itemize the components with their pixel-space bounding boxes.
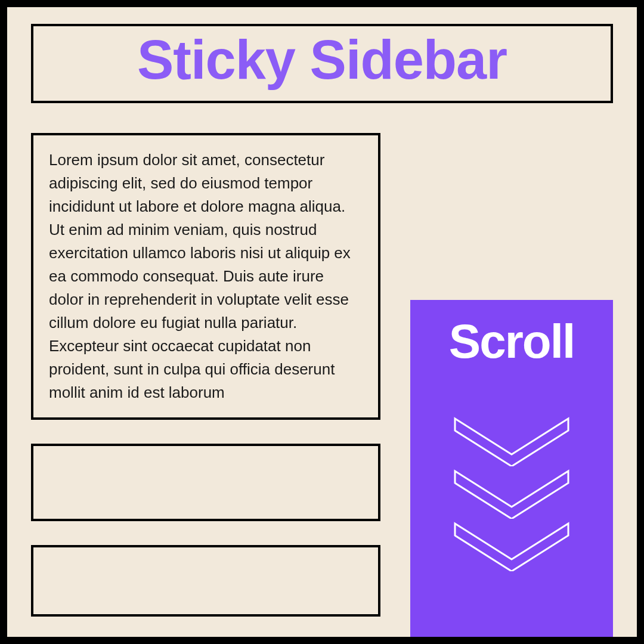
- scroll-indicator: [449, 414, 574, 571]
- content-box: Lorem ipsum dolor sit amet, consectetur …: [31, 133, 380, 420]
- sticky-sidebar[interactable]: Scroll: [410, 300, 613, 644]
- placeholder-box: [31, 444, 380, 521]
- layout-container: Lorem ipsum dolor sit amet, consectetur …: [31, 133, 613, 644]
- placeholder-box: [31, 545, 380, 617]
- page-header: Sticky Sidebar: [31, 24, 613, 103]
- main-column: Lorem ipsum dolor sit amet, consectetur …: [31, 133, 380, 644]
- chevron-down-icon: [449, 413, 574, 466]
- page-title: Sticky Sidebar: [33, 29, 611, 91]
- chevron-down-icon: [449, 465, 574, 519]
- sidebar-column: Scroll: [410, 133, 613, 644]
- sidebar-label: Scroll: [449, 314, 574, 369]
- content-paragraph: Lorem ipsum dolor sit amet, consectetur …: [49, 148, 363, 404]
- chevron-down-icon: [449, 518, 574, 571]
